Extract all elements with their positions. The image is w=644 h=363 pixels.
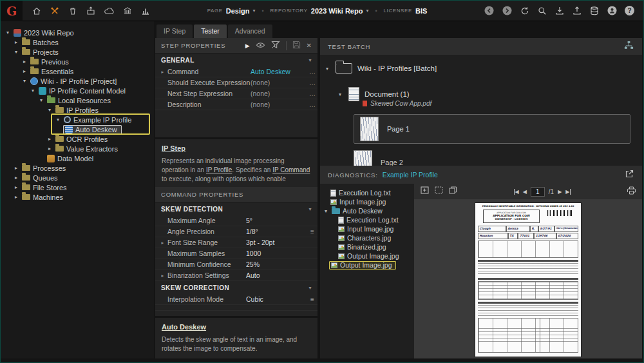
tree-item-value-extractors[interactable]: ▸Value Extractors	[1, 144, 154, 153]
property-row-angle-precision[interactable]: Angle Precision1/8°≡	[155, 226, 317, 237]
tree-item-batches[interactable]: ▸Batches	[1, 37, 154, 47]
close-icon[interactable]: ✕	[307, 42, 312, 49]
expander-icon[interactable]: ▾	[13, 49, 19, 55]
file-item[interactable]: Execution Log.txt	[320, 188, 414, 197]
export-box-icon[interactable]	[86, 6, 96, 16]
property-value[interactable]: (none)	[251, 101, 307, 108]
tree-item-local-resources[interactable]: ▾Local Resources	[1, 95, 154, 105]
expander-icon[interactable]: ▸	[13, 39, 19, 45]
clear-filter-icon[interactable]	[271, 40, 280, 52]
tree-item-machines[interactable]: ▸Machines	[1, 192, 154, 202]
page-selector[interactable]: PAGE Design ▾	[207, 7, 256, 15]
last-page-icon[interactable]: ▶	[565, 189, 571, 195]
property-row-min-confidence[interactable]: Minimum Confidence25%	[155, 259, 317, 270]
page-item-selected[interactable]: Page 1	[354, 114, 630, 144]
document-item[interactable]: ▾ Document (1)	[337, 87, 410, 101]
tab-advanced[interactable]: Advanced	[228, 25, 272, 38]
skew-correction-header[interactable]: SKEW CORRECTION ▾	[155, 281, 317, 294]
download-icon[interactable]	[554, 6, 565, 16]
tree-item-ocr-profiles[interactable]: ▸OCR Profiles	[1, 134, 154, 144]
open-external-icon[interactable]	[625, 169, 634, 181]
tree-item-data-model[interactable]: Data Model	[1, 153, 154, 163]
tree-item-project[interactable]: ▾Wiki - IP Profile [Project]	[1, 76, 154, 86]
expander-icon[interactable]: ▸	[158, 273, 167, 279]
property-row-next-step[interactable]: Next Step Expression (none) …	[155, 88, 317, 99]
print-icon[interactable]	[627, 186, 636, 197]
expander-icon[interactable]: ▸	[46, 146, 53, 152]
diagnostics-profile-link[interactable]: Example IP Profile	[383, 171, 438, 179]
expander-icon[interactable]: ▾	[30, 88, 36, 93]
file-item[interactable]: Input Image.jpg	[320, 224, 414, 233]
expander-icon[interactable]: ▾	[324, 66, 330, 72]
expander-icon[interactable]: ▸	[13, 165, 19, 171]
repository-selector[interactable]: REPOSITORY 2023 Wiki Repo ▾	[270, 7, 369, 15]
back-icon[interactable]	[484, 5, 495, 16]
previous-page-icon[interactable]: ◀	[523, 189, 527, 195]
batch-structure-icon[interactable]	[623, 41, 634, 53]
ellipsis-button[interactable]: …	[307, 101, 317, 108]
expander-icon[interactable]: ▾	[38, 97, 44, 103]
expander-icon[interactable]: ▾	[55, 117, 61, 123]
ip-profile-link[interactable]: IP Profile	[206, 166, 232, 173]
tree-item-essentials[interactable]: ▸Essentials	[1, 66, 154, 76]
property-row-interpolation[interactable]: Interpolation ModeCubic≡	[155, 294, 317, 305]
expander-icon[interactable]: ▾	[323, 208, 329, 214]
ellipsis-button[interactable]: …	[307, 79, 317, 86]
property-row-max-samples[interactable]: Maximum Samples1000	[155, 248, 317, 259]
expander-icon[interactable]: ▸	[13, 184, 19, 190]
document-page-image[interactable]: PERSONALLY IDENTIFIABLE INFORMATION - WI…	[475, 203, 581, 357]
property-row-command[interactable]: ▸ Command Auto Deskew …	[155, 66, 317, 77]
dropdown-icon[interactable]: ≡	[307, 296, 317, 303]
page-thumbnail[interactable]	[354, 150, 372, 166]
skew-detection-header[interactable]: SKEW DETECTION ▾	[155, 202, 317, 215]
selected-node[interactable]: Auto Deskew	[63, 125, 122, 134]
tree-item-ip-profiles[interactable]: ▾IP Profiles	[1, 105, 154, 115]
file-item[interactable]: Characters.jpg	[320, 233, 414, 242]
expander-icon[interactable]: ▾	[5, 30, 11, 35]
property-value[interactable]: (none)	[251, 79, 307, 86]
expander-icon[interactable]: ▾	[21, 78, 28, 84]
chart-icon[interactable]	[140, 6, 151, 16]
command-help-title[interactable]: Auto Deskew	[162, 323, 311, 331]
expander-icon[interactable]: ▸	[13, 194, 19, 200]
selected-file[interactable]: Output Image.jpg	[329, 261, 396, 270]
expander-icon[interactable]: ▸	[13, 175, 19, 181]
tree-item-processes[interactable]: ▸Processes	[1, 163, 154, 173]
first-page-icon[interactable]: ◀	[514, 189, 519, 195]
bank-icon[interactable]	[122, 6, 133, 16]
expander-icon[interactable]: ▸	[158, 69, 167, 75]
user-icon[interactable]	[607, 5, 618, 16]
ip-command-link[interactable]: IP Command	[272, 166, 310, 173]
tree-item-file-stores[interactable]: ▸File Stores	[1, 182, 154, 192]
property-row-should-execute[interactable]: Should Execute Expression (none) …	[155, 77, 317, 88]
refresh-icon[interactable]	[520, 6, 530, 16]
tree-item-repo[interactable]: ▾2023 Wiki Repo	[1, 28, 154, 37]
general-section-header[interactable]: GENERAL ▾	[155, 54, 317, 66]
help-icon[interactable]: ?	[625, 6, 634, 15]
tree-item-projects[interactable]: ▾Projects	[1, 47, 154, 57]
save-icon[interactable]	[292, 40, 301, 52]
tab-tester[interactable]: Tester	[194, 25, 227, 38]
tree-item-example-ip-profile[interactable]: ▾Example IP Profile	[1, 115, 154, 124]
property-row-binarization[interactable]: ▸Binarization SettingsAuto	[155, 270, 317, 281]
batch-root-item[interactable]: ▾ Wiki - IP Profiles [Batch]	[324, 63, 437, 74]
tree-item-queues[interactable]: ▸Queues	[1, 173, 154, 182]
expander-icon[interactable]: ▸	[21, 68, 28, 74]
property-row-description[interactable]: Description (none) …	[155, 99, 317, 110]
dropdown-icon[interactable]: ≡	[307, 228, 317, 235]
tools-icon[interactable]	[50, 6, 60, 16]
preview-icon[interactable]	[256, 40, 265, 52]
ellipsis-button[interactable]: …	[307, 90, 317, 97]
expander-icon[interactable]: ▸	[21, 59, 28, 64]
fit-page-icon[interactable]	[420, 186, 430, 197]
trash-icon[interactable]	[68, 6, 78, 16]
search-icon[interactable]	[537, 6, 547, 16]
expander-icon[interactable]: ▸	[46, 136, 53, 142]
file-item[interactable]: Binarized.jpg	[320, 242, 414, 251]
file-folder-item[interactable]: ▾Auto Deskew	[320, 206, 414, 215]
file-item[interactable]: Input Image.jpg	[320, 197, 414, 206]
page-thumbnail[interactable]	[360, 117, 379, 141]
run-test-icon[interactable]: ▶	[245, 43, 250, 49]
document-filename[interactable]: Skewed Cow App.pdf	[363, 100, 431, 107]
home-icon[interactable]	[32, 6, 42, 16]
